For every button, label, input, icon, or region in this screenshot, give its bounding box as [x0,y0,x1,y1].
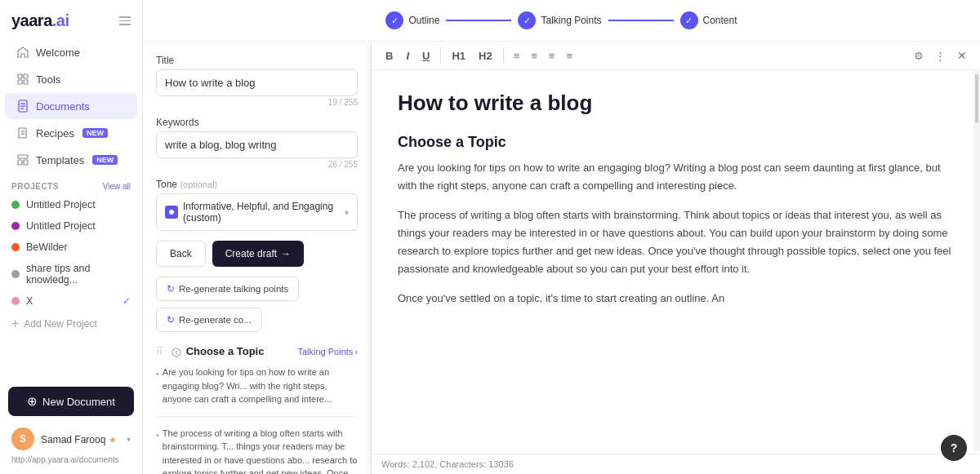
editor-title: How to write a blog [398,90,954,117]
new-document-button[interactable]: ⊕ New Document [8,387,134,416]
list-item: • Are you looking for tips on how to wri… [156,362,358,410]
user-dropdown-icon[interactable]: ▾ [127,435,131,444]
list-item: • The process of writing a blog often st… [156,423,358,475]
logo: yaara.ai [11,11,69,30]
italic-button[interactable]: I [400,47,415,64]
projects-section-header: PROJECTS View all [0,174,142,194]
help-button[interactable]: ? [941,435,967,461]
word-count: Words: 2,102, Characters: 13036 [381,459,514,469]
project-item-3[interactable]: BeWilder [0,237,142,258]
content-area: Title 19 / 255 Keywords 26 / 255 Tone (o… [143,42,980,474]
title-input[interactable] [156,69,358,96]
recipes-badge: NEW [82,128,108,138]
avatar: S [11,427,34,450]
project-item-2[interactable]: Untitled Project [0,215,142,237]
project-color-dot [11,222,20,230]
templates-badge: NEW [92,155,118,165]
underline-button[interactable]: U [416,47,435,64]
title-char-count: 19 / 255 [156,98,358,107]
plus-circle-icon: ⊕ [27,394,38,409]
project-color-dot [11,270,20,278]
sidebar-nav: Welcome Tools Documents [0,38,142,174]
editor-panel: B I U H1 H2 ≡ ≡ ≡ ≡ ⚙ ⋮ ✕ How to write a… [372,42,980,474]
user-info: Samad Farooq ★ [41,433,117,445]
back-button[interactable]: Back [156,241,206,267]
create-draft-button[interactable]: Create draft → [212,241,304,267]
step-content: ✓ Content [680,11,737,29]
regen-talking-points-button[interactable]: ↻ Re-generate talking points [156,277,299,301]
sidebar: yaara.ai Welcome Tools [0,0,143,474]
tone-field-group: Tone (optional) Informative, Helpful, an… [156,179,358,231]
sidebar-item-tools[interactable]: Tools [5,66,137,92]
section-1-heading: Choose a Topic [398,134,954,151]
project-item-5[interactable]: X ✓ [0,290,142,312]
align-center-button[interactable]: ≡ [526,47,542,64]
list-button[interactable]: ≡ [561,47,577,64]
project-active-check: ✓ [122,295,131,307]
chevron-down-icon: ▾ [345,208,349,217]
svg-rect-3 [24,80,28,84]
title-field-group: Title 19 / 255 [156,55,358,107]
grid-icon [16,73,29,86]
project-color-dot [11,243,20,251]
step-check-outline: ✓ [385,11,403,29]
svg-rect-0 [18,74,22,78]
bold-button[interactable]: B [380,47,399,64]
topic-title: Choose a Topic [172,345,264,357]
arrow-right-icon: → [281,248,291,259]
step-check-talking: ✓ [518,11,536,29]
step-check-content: ✓ [680,11,698,29]
editor-scrollbar[interactable] [973,71,980,451]
drag-handle-icon[interactable]: ⠿ [156,346,163,357]
book-icon [16,126,29,140]
editor-paragraph-3: Once you've settled on a topic, it's tim… [398,290,954,308]
main-content: ✓ Outline ✓ Talking Points ✓ Content Tit… [143,0,980,474]
sidebar-toggle-button[interactable] [114,13,131,29]
project-item-1[interactable]: Untitled Project [0,194,142,215]
editor-paragraph-1: Are you looking for tips on how to write… [398,159,954,195]
logo-text: yaara.ai [11,11,69,29]
form-panel: Title 19 / 255 Keywords 26 / 255 Tone (o… [143,42,372,474]
settings-icon-button[interactable]: ⚙ [909,47,929,64]
sidebar-item-welcome[interactable]: Welcome [5,39,137,65]
add-project-button[interactable]: + Add New Project [0,312,142,336]
tone-selector[interactable]: Informative, Helpful, and Engaging (cust… [156,193,358,231]
refresh-icon: ↻ [167,314,175,326]
sidebar-item-recipes[interactable]: Recipes NEW [5,120,137,146]
toolbar-separator [440,48,441,63]
view-all-projects[interactable]: View all [103,182,131,191]
svg-rect-12 [18,160,22,165]
action-buttons: Back Create draft → [156,241,358,267]
h2-button[interactable]: H2 [473,47,498,64]
editor-toolbar: B I U H1 H2 ≡ ≡ ≡ ≡ ⚙ ⋮ ✕ [372,42,980,70]
regen-content-button[interactable]: ↻ Re-generate co... [156,308,262,332]
editor-close-button[interactable]: ✕ [952,47,972,64]
refresh-icon: ↻ [167,283,175,295]
svg-rect-1 [24,74,28,78]
talking-points-link[interactable]: Talking Points › [297,347,358,357]
project-item-4[interactable]: share tips and knowledg... [0,258,142,290]
user-row: S Samad Farooq ★ ▾ [8,421,134,454]
step-line-2 [608,20,674,21]
tone-value: Informative, Helpful, and Engaging (cust… [183,201,340,224]
keywords-field-group: Keywords 26 / 255 [156,117,358,169]
chevron-right-icon: › [354,347,358,357]
editor-body[interactable]: How to write a blog Choose a Topic Are y… [372,70,980,454]
svg-point-17 [176,349,177,350]
svg-rect-2 [18,80,22,84]
regen-buttons: ↻ Re-generate talking points ↻ Re-genera… [156,277,358,332]
step-talking-points: ✓ Talking Points [518,11,601,29]
scrollbar-thumb [975,74,978,123]
sidebar-item-templates[interactable]: Templates NEW [5,147,137,173]
layout-icon [16,153,29,166]
project-color-dot [11,297,20,305]
more-options-button[interactable]: ⋮ [930,47,951,64]
align-right-button[interactable]: ≡ [544,47,560,64]
status-bar: http://app.yaara.ai/documents [8,454,134,466]
step-outline: ✓ Outline [385,11,439,29]
keywords-input[interactable] [156,131,358,158]
align-left-button[interactable]: ≡ [509,47,525,64]
h1-button[interactable]: H1 [446,47,471,64]
article-preview-section: ⠿ Choose a Topic Talking Points › • Are … [156,345,358,474]
sidebar-item-documents[interactable]: Documents [5,93,137,119]
